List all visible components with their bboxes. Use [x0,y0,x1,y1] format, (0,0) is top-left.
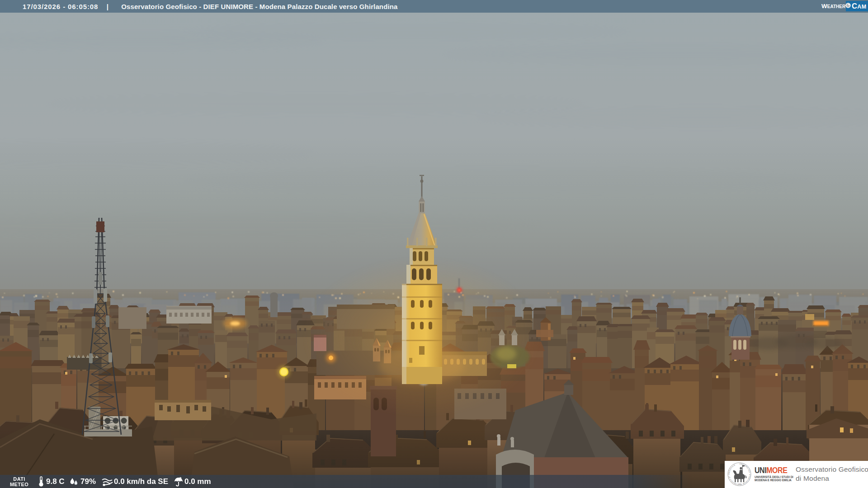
svg-text:1175: 1175 [738,483,741,485]
